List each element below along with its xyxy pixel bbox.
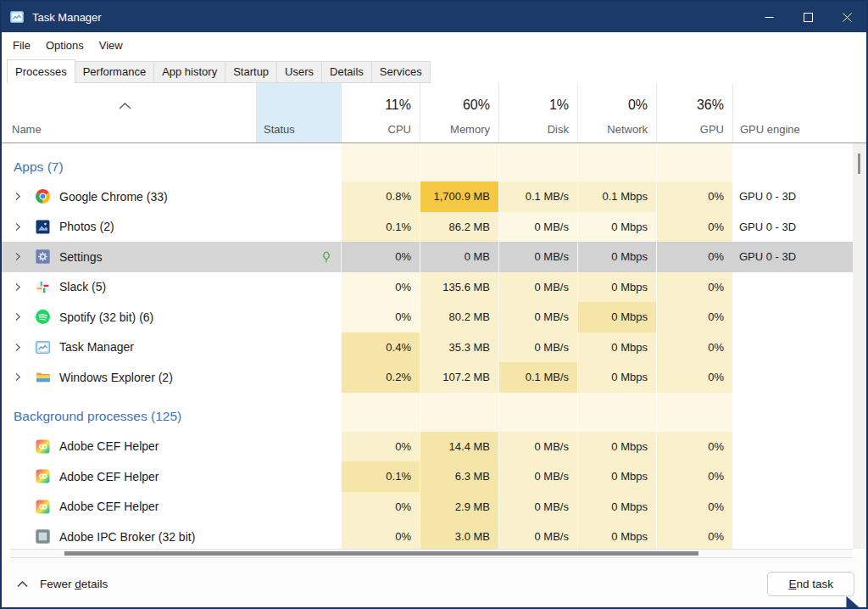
process-name-label: Adobe CEF Helper <box>59 500 159 513</box>
tab-details[interactable]: Details <box>321 61 372 83</box>
column-header-gpu-engine[interactable]: GPU engine <box>732 83 853 142</box>
network-value-cell <box>577 143 656 182</box>
process-name-cell: Windows Explorer (2) <box>2 362 256 393</box>
end-task-button[interactable]: End task <box>767 572 854 596</box>
expander-chevron-right-icon[interactable] <box>14 222 36 232</box>
fewer-details-label: Fewer details <box>40 578 108 590</box>
gpu-engine-cell <box>732 393 853 432</box>
menu-view[interactable]: View <box>92 36 131 55</box>
explorer-icon <box>36 370 50 384</box>
tab-app-history[interactable]: App history <box>153 61 225 83</box>
gpu-value-cell: 0% <box>656 461 732 492</box>
process-row[interactable]: Photos (2)0.1%86.2 MB0 MB/s0 Mbps0%GPU 0… <box>2 212 853 243</box>
status-cell <box>256 182 341 212</box>
vertical-scrollbar-thumb[interactable] <box>858 154 860 174</box>
column-header-status[interactable]: Status <box>256 83 341 142</box>
process-name-label: Settings <box>59 250 103 264</box>
process-row[interactable]: Google Chrome (33)0.8%1,700.9 MB0.1 MB/s… <box>2 182 853 212</box>
disk-value-cell: 0 MB/s <box>498 432 577 462</box>
column-header-cpu[interactable]: 11% CPU <box>341 83 420 142</box>
adobecc-icon <box>36 500 50 514</box>
disk-value-cell: 0 MB/s <box>498 212 577 243</box>
status-cell <box>256 393 341 432</box>
fewer-details-button[interactable]: Fewer details <box>17 578 108 590</box>
process-row[interactable]: Adobe IPC Broker (32 bit)0%3.0 MB0 MB/s0… <box>2 522 853 549</box>
column-header-name[interactable]: Name <box>2 83 256 142</box>
expander-chevron-right-icon[interactable] <box>14 192 36 201</box>
gpu-engine-cell <box>732 143 853 182</box>
process-name-label: Slack (5) <box>59 280 106 293</box>
vertical-scrollbar[interactable] <box>853 143 866 549</box>
efficiency-leaf-icon <box>320 249 332 264</box>
column-header-disk[interactable]: 1% Disk <box>498 83 577 142</box>
horizontal-scrollbar[interactable] <box>10 549 853 558</box>
section-label: Background processes (125) <box>14 409 181 424</box>
cpu-value-cell: 0% <box>341 242 420 272</box>
maximize-button[interactable] <box>788 2 827 32</box>
gpu-value-cell: 0% <box>656 242 732 272</box>
gpu-engine-cell: GPU 0 - 3D <box>732 242 853 272</box>
column-header-memory[interactable]: 60% Memory <box>420 83 498 142</box>
disk-value-cell: 0 MB/s <box>498 272 577 303</box>
process-name-label: Windows Explorer (2) <box>59 371 173 384</box>
gpu-value-cell <box>656 143 732 182</box>
tab-performance[interactable]: Performance <box>75 61 154 83</box>
cpu-value-cell: 0.8% <box>341 182 420 212</box>
process-row[interactable]: Adobe CEF Helper0.1%6.3 MB0 MB/s0 Mbps0% <box>2 461 853 492</box>
menu-options[interactable]: Options <box>38 36 92 55</box>
process-table: Apps (7)Google Chrome (33)0.8%1,700.9 MB… <box>2 143 866 549</box>
cpu-value-cell: 0% <box>341 272 420 303</box>
chevron-up-icon <box>17 581 28 588</box>
chrome-icon <box>36 189 50 204</box>
maximize-icon <box>804 13 813 22</box>
status-cell <box>256 332 341 363</box>
process-row[interactable]: Adobe CEF Helper0%14.4 MB0 MB/s0 Mbps0% <box>2 432 853 462</box>
process-row[interactable]: Adobe CEF Helper0%2.9 MB0 MB/s0 Mbps0% <box>2 492 853 522</box>
horizontal-scrollbar-thumb[interactable] <box>64 551 698 556</box>
tab-strip: Processes Performance App history Startu… <box>2 58 866 83</box>
process-row[interactable]: Task Manager0.4%35.3 MB0 MB/s0 Mbps0% <box>2 332 853 363</box>
gpu-value-cell: 0% <box>656 302 732 332</box>
column-header-gpu[interactable]: 36% GPU <box>656 83 732 142</box>
expander-chevron-right-icon[interactable] <box>14 282 36 292</box>
process-row[interactable]: Windows Explorer (2)0.2%107.2 MB0.1 MB/s… <box>2 362 853 393</box>
close-button[interactable] <box>827 2 866 32</box>
disk-value-cell: 0 MB/s <box>498 522 577 549</box>
status-cell <box>256 242 341 272</box>
process-name-cell: Adobe IPC Broker (32 bit) <box>2 522 256 549</box>
process-name-cell: Apps (7) <box>2 143 256 182</box>
menu-file[interactable]: File <box>5 36 38 55</box>
adobecc-icon <box>36 439 50 454</box>
tab-startup[interactable]: Startup <box>225 61 277 83</box>
cpu-value-cell: 0.2% <box>341 362 420 393</box>
gpu-engine-cell <box>732 461 853 492</box>
cpu-value-cell: 0.1% <box>341 461 420 492</box>
expander-chevron-right-icon[interactable] <box>14 343 36 352</box>
disk-value-cell: 0 MB/s <box>498 242 577 272</box>
process-row[interactable]: Spotify (32 bit) (6)0%80.2 MB0 MB/s0 Mbp… <box>2 302 853 332</box>
titlebar[interactable]: Task Manager <box>2 2 866 32</box>
expander-chevron-right-icon[interactable] <box>14 372 36 382</box>
network-value-cell: 0 Mbps <box>577 242 656 272</box>
section-header-row: Apps (7) <box>2 143 853 182</box>
adobecc-icon <box>36 469 50 483</box>
column-header-network[interactable]: 0% Network <box>577 83 656 142</box>
process-name-cell: Google Chrome (33) <box>2 182 256 212</box>
network-value-cell: 0 Mbps <box>577 522 656 549</box>
network-value-cell: 0 Mbps <box>577 212 656 243</box>
minimize-button[interactable] <box>749 2 788 32</box>
tab-services[interactable]: Services <box>371 61 431 83</box>
tab-processes[interactable]: Processes <box>7 59 75 83</box>
expander-chevron-right-icon[interactable] <box>14 312 36 321</box>
tab-users[interactable]: Users <box>276 61 322 83</box>
cpu-value-cell: 0% <box>341 302 420 332</box>
process-row[interactable]: Settings0%0 MB0 MB/s0 Mbps0%GPU 0 - 3D <box>2 242 853 272</box>
process-row[interactable]: Slack (5)0%135.6 MB0 MB/s0 Mbps0% <box>2 272 853 303</box>
gpu-engine-cell <box>732 272 853 303</box>
expander-chevron-right-icon[interactable] <box>14 252 36 261</box>
gpu-value-cell: 0% <box>656 432 732 462</box>
network-value-cell: 0.1 Mbps <box>577 182 656 212</box>
disk-value-cell <box>498 143 577 182</box>
status-cell <box>256 143 341 182</box>
process-name-label: Adobe CEF Helper <box>59 439 159 453</box>
